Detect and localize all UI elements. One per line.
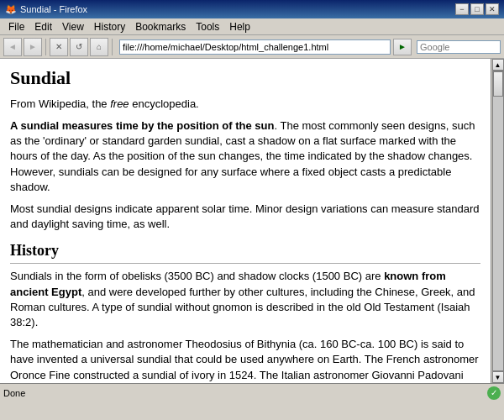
scrollbar-up-button[interactable]: ▲: [492, 59, 504, 71]
history-p1: Sundials in the form of obelisks (3500 B…: [10, 269, 480, 330]
intro-bold: A sundial measures time by the position …: [10, 119, 274, 132]
scrollbar-thumb[interactable]: [493, 71, 503, 97]
menu-help[interactable]: Help: [224, 19, 255, 34]
maximize-button[interactable]: □: [470, 3, 484, 15]
history-p1-start: Sundials in the form of obelisks (3500 B…: [10, 270, 384, 282]
title-bar: 🦊 Sundial - Firefox − □ ✕: [0, 0, 504, 18]
toolbar: ◄ ► ✕ ↺ ⌂ ►: [0, 35, 504, 59]
menu-history[interactable]: History: [89, 19, 130, 34]
scrollbar[interactable]: ▲ ▼: [491, 59, 504, 383]
back-button[interactable]: ◄: [3, 38, 22, 56]
status-text: Done: [3, 388, 25, 398]
scrollbar-down-button[interactable]: ▼: [492, 371, 504, 383]
titlebar-left: 🦊 Sundial - Firefox: [5, 4, 87, 15]
forward-button[interactable]: ►: [24, 38, 42, 56]
scrollbar-track[interactable]: [492, 71, 504, 371]
para2: Most sundial designs indicate apparent s…: [10, 202, 480, 232]
search-input[interactable]: [417, 40, 501, 54]
stop-button[interactable]: ✕: [50, 38, 68, 56]
menu-bar: File Edit View History Bookmarks Tools H…: [0, 18, 504, 35]
menu-tools[interactable]: Tools: [191, 19, 224, 34]
wiki-intro: From Wikipedia, the free encyclopedia.: [10, 97, 480, 112]
history-p2: The mathematician and astronomer Theodos…: [10, 337, 480, 383]
status-bar: Done ✓: [0, 383, 504, 402]
wiki-free: free: [110, 97, 129, 110]
wiki-intro-text: From Wikipedia, the: [10, 97, 110, 110]
security-icon: ✓: [487, 386, 501, 400]
firefox-icon: 🦊: [5, 4, 17, 15]
refresh-button[interactable]: ↺: [70, 38, 88, 56]
content-wrapper: Sundial From Wikipedia, the free encyclo…: [0, 59, 504, 383]
menu-file[interactable]: File: [3, 19, 29, 34]
intro-paragraph: A sundial measures time by the position …: [10, 118, 480, 195]
history-heading: History: [10, 240, 480, 264]
home-button[interactable]: ⌂: [90, 38, 108, 56]
menu-view[interactable]: View: [57, 19, 89, 34]
minimize-button[interactable]: −: [455, 3, 469, 15]
address-bar: ►: [119, 39, 412, 55]
address-input[interactable]: [119, 39, 391, 55]
toolbar-separator-2: [112, 39, 113, 55]
titlebar-buttons[interactable]: − □ ✕: [455, 3, 499, 15]
menu-bookmarks[interactable]: Bookmarks: [130, 19, 191, 34]
page-title: Sundial: [10, 66, 480, 92]
page-content: Sundial From Wikipedia, the free encyclo…: [0, 59, 491, 383]
toolbar-separator-1: [45, 39, 46, 55]
wiki-end: encyclopedia.: [129, 97, 199, 110]
close-button[interactable]: ✕: [486, 3, 499, 15]
menu-edit[interactable]: Edit: [29, 19, 57, 34]
go-button[interactable]: ►: [393, 39, 412, 55]
window-title: Sundial - Firefox: [20, 4, 87, 14]
